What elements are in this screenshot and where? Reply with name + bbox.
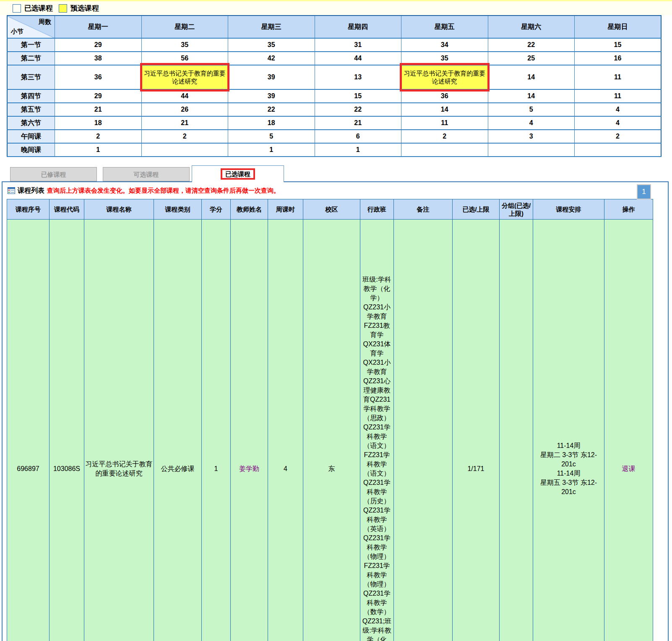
course-count-cell: 1 (55, 143, 142, 157)
course-count-cell: 34 (401, 38, 488, 52)
legend-bar: 已选课程 预选课程 (0, 0, 672, 15)
period-label: 午间课 (7, 130, 55, 143)
credits-cell: 1 (202, 220, 231, 641)
course-count-cell: 22 (315, 103, 401, 116)
page-1-button[interactable]: 1 (637, 184, 651, 199)
preselected-course-name: 习近平总书记关于教育的重要论述研究 (142, 68, 228, 86)
course-count-cell: 3 (488, 130, 575, 143)
corner-period-label: 小节 (11, 28, 23, 36)
course-count-cell: 18 (55, 116, 142, 130)
tab-available-courses[interactable]: 可选课程 (103, 167, 190, 181)
course-no-cell: 696897 (7, 220, 49, 641)
course-count-cell: 25 (488, 52, 575, 65)
tab-selected-courses[interactable]: 已选课程 (192, 165, 284, 182)
course-row: 696897103086S习近平总书记关于教育的重要论述研究公共必修课1姜学勤4… (7, 220, 653, 641)
course-count-cell: 16 (575, 52, 662, 65)
course-count-cell: 2 (401, 130, 488, 143)
course-count-cell: 11 (401, 116, 488, 130)
course-count-cell: 15 (575, 38, 662, 52)
column-header: 学分 (202, 199, 231, 220)
tab-label: 已修课程 (41, 171, 66, 178)
column-header: 操作 (604, 199, 653, 220)
day-header-3: 星期三 (228, 16, 315, 38)
category-cell: 公共必修课 (154, 220, 202, 641)
legend-selected-course: 已选课程 (13, 3, 53, 13)
course-count-cell: 35 (228, 38, 315, 52)
course-count-cell (488, 143, 575, 157)
course-list-icon (8, 187, 15, 194)
course-count-cell: 5 (488, 103, 575, 116)
course-count-cell: 18 (228, 116, 315, 130)
column-header: 课程序号 (7, 199, 49, 220)
course-count-cell: 15 (315, 89, 401, 103)
column-header: 课程安排 (533, 199, 604, 220)
timetable-corner-cell: 周数 小节 (7, 16, 55, 38)
course-count-cell: 56 (141, 52, 228, 65)
course-list-title: 课程列表 (18, 186, 44, 195)
admin-classes-cell: 班级:学科教学（化学）QZ231小学教育FZ231教育学QX231体育学QX23… (360, 220, 394, 641)
preselected-course-swatch (59, 4, 67, 13)
drop-course-link[interactable]: 退课 (622, 465, 636, 472)
period-label: 第四节 (7, 89, 55, 103)
course-count-cell: 38 (55, 52, 142, 65)
course-count-cell (401, 143, 488, 157)
course-count-cell: 22 (228, 103, 315, 116)
course-count-cell: 14 (488, 89, 575, 103)
day-header-6: 星期六 (488, 16, 575, 38)
tab-label: 可选课程 (134, 171, 159, 178)
course-list-panel: 课程列表 查询后上方课表会发生变化。如要显示全部课程，请清空查询条件后再做一次查… (2, 181, 669, 641)
course-count-cell: 14 (401, 103, 488, 116)
course-table: 课程序号课程代码课程名称课程类别学分教师姓名周课时校区行政班备注已选/上限分组(… (7, 199, 653, 641)
tab-label: 已选课程 (221, 168, 255, 180)
course-count-cell (141, 143, 228, 157)
column-header: 课程名称 (84, 199, 154, 220)
course-count-cell (575, 143, 662, 157)
day-header-2: 星期二 (141, 16, 228, 38)
legend-selected-label: 已选课程 (24, 3, 53, 13)
column-header: 分组(已选/上限) (500, 199, 533, 220)
course-count-cell: 21 (55, 103, 142, 116)
teacher-cell: 姜学勤 (231, 220, 268, 641)
column-header: 课程类别 (154, 199, 202, 220)
selected-limit-cell: 1/171 (453, 220, 500, 641)
column-header: 备注 (394, 199, 453, 220)
remark-cell (394, 220, 453, 641)
course-count-cell: 13 (315, 65, 401, 89)
period-label: 第五节 (7, 103, 55, 116)
course-schedule-cell: 11-14周星期二 3-3节 东12-201c11-14周星期五 3-3节 东1… (533, 220, 604, 641)
schedule-detail: 星期五 3-3节 东12-201c (534, 478, 603, 497)
course-count-cell: 35 (401, 52, 488, 65)
column-header: 周课时 (268, 199, 303, 220)
course-count-cell: 29 (55, 38, 142, 52)
course-count-cell: 2 (141, 130, 228, 143)
course-count-cell: 5 (228, 130, 315, 143)
course-list-header: 课程列表 查询后上方课表会发生变化。如要显示全部课程，请清空查询条件后再做一次查… (3, 182, 668, 199)
schedule-weeks: 11-14周 (534, 469, 603, 478)
column-header: 行政班 (360, 199, 394, 220)
day-header-5: 星期五 (401, 16, 488, 38)
course-tabs: 已修课程可选课程已选课程 (10, 165, 672, 181)
course-name-cell: 习近平总书记关于教育的重要论述研究 (84, 220, 154, 641)
day-header-1: 星期一 (55, 16, 142, 38)
tab-completed-courses[interactable]: 已修课程 (10, 167, 97, 181)
weekly-timetable: 周数 小节 星期一星期二星期三星期四星期五星期六星期日 第一节293535313… (7, 15, 662, 157)
campus-cell: 东 (303, 220, 360, 641)
course-count-cell: 21 (315, 116, 401, 130)
period-label: 第六节 (7, 116, 55, 130)
course-count-cell: 31 (315, 38, 401, 52)
column-header: 已选/上限 (453, 199, 500, 220)
course-count-cell: 39 (228, 65, 315, 89)
course-count-cell: 21 (141, 116, 228, 130)
selected-course-swatch (13, 4, 21, 13)
course-count-cell: 44 (141, 89, 228, 103)
period-label: 晚间课 (7, 143, 55, 157)
preselected-course-cell: 习近平总书记关于教育的重要论述研究 (401, 65, 488, 89)
preselected-course-name: 习近平总书记关于教育的重要论述研究 (401, 68, 488, 86)
legend-preselected-course: 预选课程 (59, 3, 99, 13)
course-count-cell: 1 (315, 143, 401, 157)
course-count-cell: 11 (575, 89, 662, 103)
course-count-cell: 2 (55, 130, 142, 143)
schedule-detail: 星期二 3-3节 东12-201c (534, 450, 603, 469)
teacher-link[interactable]: 姜学勤 (239, 465, 259, 472)
course-count-cell: 35 (141, 38, 228, 52)
